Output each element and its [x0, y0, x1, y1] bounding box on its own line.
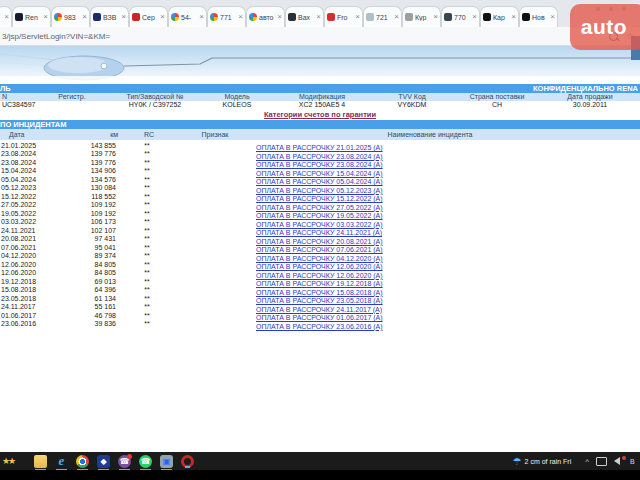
blue-app-icon[interactable]: ◆ — [97, 455, 110, 468]
vehicle-header: N — [0, 93, 48, 101]
browser-tab[interactable]: 721× — [363, 6, 402, 27]
weather-text[interactable]: 2 cm of rain Fri — [525, 458, 572, 465]
tab-close-icon[interactable]: × — [121, 13, 126, 21]
tab-close-icon[interactable]: × — [4, 13, 9, 21]
cell-date: 27.05.2022 — [0, 201, 66, 208]
whatsapp-icon[interactable]: ☎ — [139, 455, 152, 468]
cell-date: 12.06.2020 — [0, 261, 66, 268]
cell-km: 134 906 — [66, 167, 116, 174]
weather-icon: ☂ — [513, 456, 522, 467]
vehicle-header: Страна поставки — [440, 93, 554, 101]
browser-tab[interactable]: 771× — [207, 6, 246, 27]
tab-favicon — [210, 13, 218, 21]
tray-expand-icon[interactable]: ^ — [585, 457, 589, 466]
browser-tab[interactable]: Сер× — [129, 6, 168, 27]
incidents-title: ПО ИНЦИДЕНТАМ — [0, 120, 67, 129]
cell-rc: ** — [116, 312, 178, 319]
vehicle-header: TVV Код — [384, 93, 440, 101]
cell-km: 139 776 — [66, 150, 116, 157]
vehicle-headers: NРегистр.Тип/Заводской №МодельМодификаци… — [0, 93, 640, 101]
cell-date: 15.04.2024 — [0, 167, 66, 174]
cell-km: 134 576 — [66, 176, 116, 183]
warranty-categories-link[interactable]: Категории счетов по гарантии — [264, 110, 376, 119]
tab-close-icon[interactable]: × — [82, 13, 87, 21]
browser-tab[interactable]: Нов× — [519, 6, 558, 27]
cell-date: 23.08.2024 — [0, 159, 66, 166]
browser-tab[interactable]: Ren× — [12, 6, 51, 27]
start-button[interactable]: ★★ — [0, 456, 30, 466]
viber-icon[interactable]: ☎ — [118, 455, 131, 468]
cell-rc: ** — [116, 184, 178, 191]
browser-tab[interactable]: Кар× — [480, 6, 519, 27]
browser-tab[interactable]: Fro× — [324, 6, 363, 27]
cell-rc: ** — [116, 176, 178, 183]
cell-date: 21.01.2025 — [0, 142, 66, 149]
cell-date: 05.12.2023 — [0, 184, 66, 191]
tab-close-icon[interactable]: × — [355, 13, 360, 21]
cell-date: 12.06.2020 — [0, 269, 66, 276]
url-text[interactable]: 3/jsp/ServletLogin?VIN=&KM= — [2, 32, 609, 41]
tab-close-icon[interactable]: × — [394, 13, 399, 21]
tab-close-icon[interactable]: × — [433, 13, 438, 21]
tab-close-icon[interactable]: × — [316, 13, 321, 21]
tab-close-icon[interactable]: × — [472, 13, 477, 21]
tab-close-icon[interactable]: × — [43, 13, 48, 21]
cell-km: 55 161 — [66, 303, 116, 310]
language-indicator[interactable]: В — [630, 458, 640, 465]
cell-date: 04.12.2020 — [0, 252, 66, 259]
tab-close-icon[interactable]: × — [277, 13, 282, 21]
cell-km: 143 855 — [66, 142, 116, 149]
file-explorer-icon[interactable] — [34, 455, 47, 468]
vehicle-header: Модификация — [260, 93, 384, 101]
cell-km: 109 192 — [66, 210, 116, 217]
tab-favicon — [366, 13, 374, 21]
chrome-icon[interactable] — [76, 455, 89, 468]
cell-date: 03.03.2022 — [0, 218, 66, 225]
cell-date: 23.08.2024 — [0, 150, 66, 157]
incident-link[interactable]: ОПЛАТА В РАССРОЧКУ 23.06.2016 (А) — [256, 323, 383, 330]
tab-close-icon[interactable]: × — [199, 13, 204, 21]
vehicle-value: UC384597 — [0, 101, 48, 109]
cell-km: 97 431 — [66, 235, 116, 242]
cell-rc: ** — [116, 252, 178, 259]
tab-close-icon[interactable]: × — [160, 13, 165, 21]
speaker-icon[interactable] — [614, 457, 620, 465]
page-banner — [0, 46, 640, 84]
internet-explorer-icon[interactable]: e — [55, 455, 68, 468]
confidential-label: КОНФИДЕНЦИАЛЬНО RENA — [533, 84, 638, 93]
browser-tab[interactable]: × — [0, 6, 12, 27]
browser-tab[interactable]: Вах× — [285, 6, 324, 27]
photos-app-icon[interactable]: ▣ — [160, 455, 173, 468]
tab-close-icon[interactable]: × — [238, 13, 243, 21]
address-bar[interactable]: 3/jsp/ServletLogin?VIN=&KM= ☆ — [0, 27, 640, 46]
cell-km: 118 552 — [66, 193, 116, 200]
cell-rc: ** — [116, 244, 178, 251]
cell-rc: ** — [116, 320, 178, 327]
vehicle-value: HY0K / C397252 — [96, 101, 214, 109]
browser-tab[interactable]: авто× — [246, 6, 285, 27]
tab-close-icon[interactable]: × — [511, 13, 516, 21]
browser-tab[interactable]: Кур× — [402, 6, 441, 27]
browser-tab[interactable]: 54-× — [168, 6, 207, 27]
cell-rc: ** — [116, 167, 178, 174]
cell-rc: ** — [116, 269, 178, 276]
tab-favicon — [15, 13, 23, 21]
vehicle-value: KOLEOS — [214, 101, 260, 109]
cell-rc: ** — [116, 201, 178, 208]
cell-date: 19.12.2018 — [0, 278, 66, 285]
browser-tab[interactable]: 770× — [441, 6, 480, 27]
browser-tab[interactable]: ВЗВ× — [90, 6, 129, 27]
column-header: RC — [118, 131, 180, 138]
tab-title: Кур — [415, 14, 431, 21]
cell-km: 69 013 — [66, 278, 116, 285]
browser-tab[interactable]: 983× — [51, 6, 90, 27]
cell-incident: ОПЛАТА В РАССРОЧКУ 23.06.2016 (А) — [248, 315, 608, 333]
cell-rc: ** — [116, 286, 178, 293]
network-icon[interactable] — [596, 457, 607, 466]
cell-km: 95 041 — [66, 244, 116, 251]
tab-close-icon[interactable]: × — [550, 13, 555, 21]
record-app-icon[interactable] — [181, 455, 194, 468]
cell-km: 139 776 — [66, 159, 116, 166]
cell-rc: ** — [116, 193, 178, 200]
cell-date: 19.05.2022 — [0, 210, 66, 217]
